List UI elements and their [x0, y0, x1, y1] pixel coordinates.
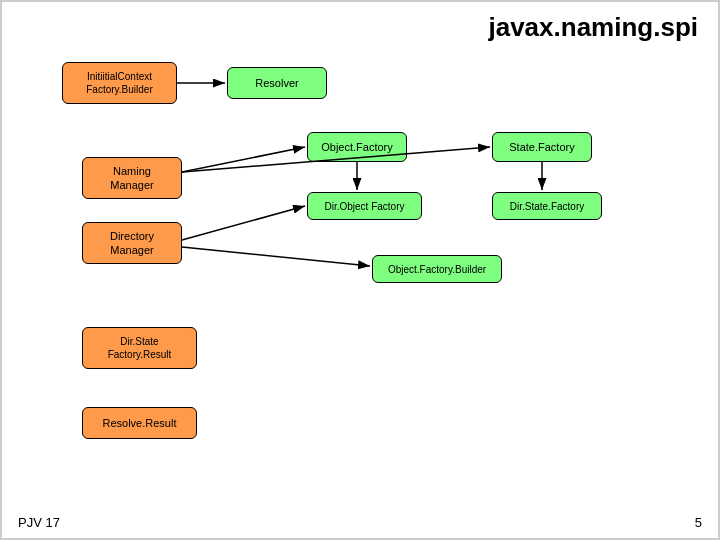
footer-right: 5 [695, 515, 702, 530]
box-dir-object-factory: Dir.Object Factory [307, 192, 422, 220]
box-naming-manager: Naming Manager [82, 157, 182, 199]
box-initial-context-factory-builder: InitiitialContext Factory.Builder [62, 62, 177, 104]
slide: javax.naming.spi InitiitialContext Facto… [0, 0, 720, 540]
slide-title: javax.naming.spi [488, 12, 698, 43]
box-state-factory: State.Factory [492, 132, 592, 162]
box-resolve-result: Resolve.Result [82, 407, 197, 439]
box-dir-state-factory-result: Dir.State Factory.Result [82, 327, 197, 369]
footer-left: PJV 17 [18, 515, 60, 530]
box-directory-manager: Directory Manager [82, 222, 182, 264]
box-resolver: Resolver [227, 67, 327, 99]
box-object-factory: Object.Factory [307, 132, 407, 162]
box-object-factory-builder: Object.Factory.Builder [372, 255, 502, 283]
svg-line-6 [182, 206, 305, 240]
svg-line-4 [182, 147, 305, 172]
box-dir-state-factory: Dir.State.Factory [492, 192, 602, 220]
svg-line-7 [182, 247, 370, 266]
